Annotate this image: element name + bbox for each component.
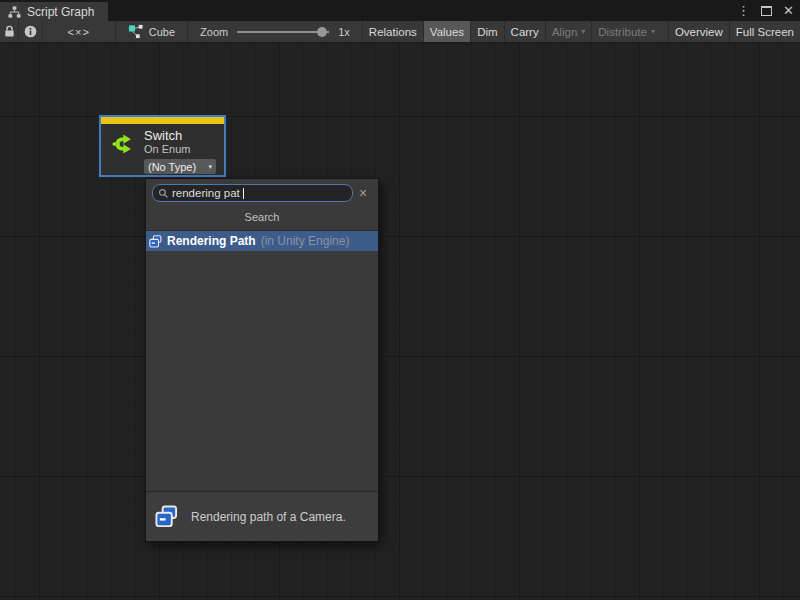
result-description-panel: Rendering path of a Camera. xyxy=(146,491,378,541)
lock-button[interactable] xyxy=(0,21,19,42)
zoom-label: Zoom xyxy=(200,26,228,38)
node-subtitle: On Enum xyxy=(144,143,216,156)
maximize-icon[interactable] xyxy=(761,2,772,20)
toolbar-toggle-group: Relations Values Dim Carry Align ▾ Distr… xyxy=(362,21,800,42)
node-title: Switch xyxy=(144,128,216,143)
result-context: (in Unity Engine) xyxy=(261,234,350,248)
overview-button[interactable]: Overview xyxy=(668,21,729,42)
tab-bar: Script Graph ⋮ ✕ xyxy=(0,0,800,21)
zoom-slider[interactable] xyxy=(237,26,329,38)
chevron-down-icon: ▾ xyxy=(651,27,655,36)
fuzzy-finder-popup: rendering pat ✕ Search Rendering Path (i… xyxy=(145,178,379,542)
result-description: Rendering path of a Camera. xyxy=(191,510,346,524)
graph-reference-button[interactable]: Cube xyxy=(116,21,188,42)
menu-icon[interactable]: ⋮ xyxy=(737,4,750,17)
graph-toolbar: <×> Cube Zoom 1x Relations xyxy=(0,21,800,43)
relations-button[interactable]: Relations xyxy=(362,21,423,42)
carry-button[interactable]: Carry xyxy=(504,21,545,42)
graph-hierarchy-icon xyxy=(8,6,21,18)
enum-icon xyxy=(155,505,178,528)
angle-brackets-icon: <×> xyxy=(68,26,90,38)
results-list-empty-area xyxy=(146,251,378,491)
chevron-down-icon: ▾ xyxy=(208,163,212,171)
info-icon xyxy=(24,25,37,38)
search-section-header: Search xyxy=(146,202,378,231)
close-icon[interactable]: ✕ xyxy=(783,4,794,17)
angle-brackets-button[interactable]: <×> xyxy=(43,21,116,42)
tab-title: Script Graph xyxy=(27,5,94,19)
full-screen-button[interactable]: Full Screen xyxy=(729,21,800,42)
zoom-slider-track xyxy=(237,31,329,33)
dim-button[interactable]: Dim xyxy=(470,21,503,42)
switch-branch-icon xyxy=(106,128,144,174)
chevron-down-icon: ▾ xyxy=(581,27,585,36)
node-header-bar xyxy=(101,117,224,124)
distribute-dropdown-button[interactable]: Distribute ▾ xyxy=(591,21,661,42)
enum-type-dropdown[interactable]: (No Type) ▾ xyxy=(144,159,216,174)
result-name: Rendering Path xyxy=(167,234,256,248)
search-result-rendering-path[interactable]: Rendering Path (in Unity Engine) xyxy=(146,231,378,251)
enum-icon xyxy=(149,235,162,248)
zoom-control: Zoom 1x xyxy=(188,21,362,42)
graph-canvas[interactable]: Switch On Enum (No Type) ▾ xyxy=(0,43,800,600)
window-controls: ⋮ ✕ xyxy=(737,0,794,21)
graph-reference-label: Cube xyxy=(149,26,175,38)
tab-script-graph[interactable]: Script Graph xyxy=(0,2,108,21)
switch-node[interactable]: Switch On Enum (No Type) ▾ xyxy=(99,115,226,177)
zoom-value: 1x xyxy=(338,26,350,38)
text-caret xyxy=(243,188,244,199)
lock-icon xyxy=(4,25,15,38)
search-icon xyxy=(158,188,169,199)
graph-node-icon xyxy=(128,24,143,39)
search-input[interactable]: rendering pat xyxy=(152,184,353,202)
info-button[interactable] xyxy=(19,21,43,42)
search-input-value: rendering pat xyxy=(172,187,240,199)
clear-search-icon[interactable]: ✕ xyxy=(353,187,373,200)
zoom-slider-handle[interactable] xyxy=(317,27,327,37)
align-dropdown-button[interactable]: Align ▾ xyxy=(545,21,592,42)
unity-script-graph-window: Script Graph ⋮ ✕ xyxy=(0,0,800,600)
values-button[interactable]: Values xyxy=(423,21,470,42)
